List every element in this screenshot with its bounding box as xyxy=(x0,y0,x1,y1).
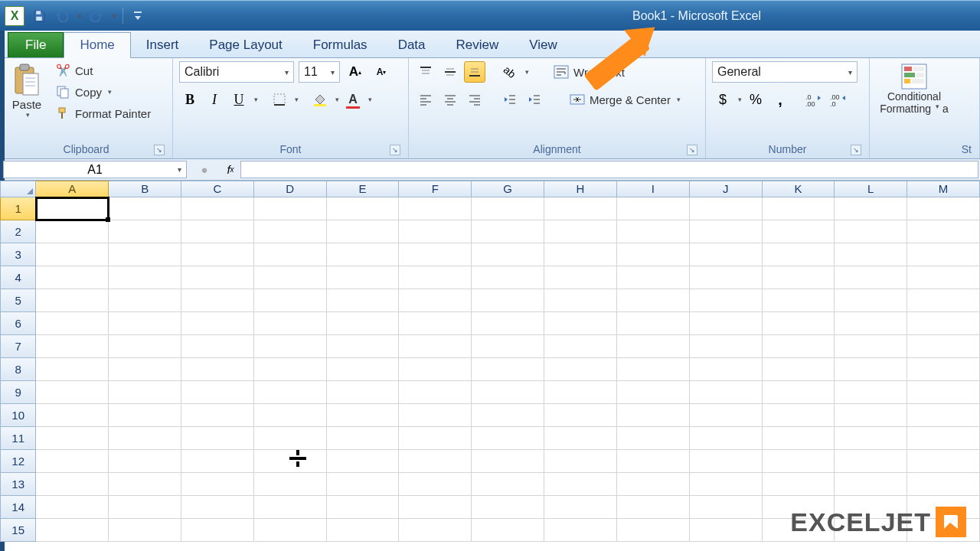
format-painter-button[interactable]: Format Painter xyxy=(52,104,154,122)
wrap-text-button[interactable]: Wrap Text xyxy=(549,63,629,81)
cell-L12[interactable] xyxy=(835,450,907,473)
cell-G15[interactable] xyxy=(472,519,544,542)
qat-customize-button[interactable] xyxy=(129,8,146,24)
cell-H3[interactable] xyxy=(544,243,617,266)
cell-J12[interactable] xyxy=(690,450,763,473)
cell-I2[interactable] xyxy=(617,220,690,243)
cell-L3[interactable] xyxy=(835,243,907,266)
cell-L8[interactable] xyxy=(835,358,907,381)
cell-I8[interactable] xyxy=(617,358,690,381)
fill-color-button[interactable] xyxy=(309,89,331,110)
cell-H13[interactable] xyxy=(544,473,617,496)
cell-B13[interactable] xyxy=(109,473,181,496)
column-header-K[interactable]: K xyxy=(763,181,835,197)
cell-F4[interactable] xyxy=(399,266,472,289)
cell-G8[interactable] xyxy=(472,358,544,381)
cell-C3[interactable] xyxy=(181,243,254,266)
cell-B14[interactable] xyxy=(109,496,181,519)
cell-L4[interactable] xyxy=(835,266,907,289)
column-header-C[interactable]: C xyxy=(181,181,254,197)
name-box[interactable]: A1▾ xyxy=(3,161,187,178)
align-right-button[interactable] xyxy=(464,89,485,110)
cell-A10[interactable] xyxy=(36,404,109,427)
cell-D15[interactable] xyxy=(254,519,327,542)
cell-F11[interactable] xyxy=(399,427,472,450)
cell-F12[interactable] xyxy=(399,450,472,473)
cell-E2[interactable] xyxy=(327,220,400,243)
cell-H7[interactable] xyxy=(544,335,617,358)
number-launcher[interactable]: ↘ xyxy=(851,145,861,155)
tab-view[interactable]: View xyxy=(514,33,573,57)
cell-M10[interactable] xyxy=(907,404,980,427)
row-header-5[interactable]: 5 xyxy=(0,289,36,312)
cell-H5[interactable] xyxy=(544,289,617,312)
column-header-J[interactable]: J xyxy=(690,181,763,197)
alignment-launcher[interactable]: ↘ xyxy=(687,145,697,155)
cell-H11[interactable] xyxy=(544,427,617,450)
cell-J9[interactable] xyxy=(690,381,763,404)
cell-M3[interactable] xyxy=(907,243,980,266)
cell-B11[interactable] xyxy=(109,427,181,450)
cell-J11[interactable] xyxy=(690,427,763,450)
tab-file[interactable]: File xyxy=(8,32,64,57)
cell-C7[interactable] xyxy=(181,335,254,358)
cell-K4[interactable] xyxy=(763,266,835,289)
cell-J15[interactable] xyxy=(690,519,763,542)
font-color-dropdown-icon[interactable]: ▾ xyxy=(368,96,372,103)
cell-J8[interactable] xyxy=(690,358,763,381)
bold-button[interactable]: B xyxy=(179,89,201,110)
cell-D6[interactable] xyxy=(254,312,327,335)
cell-I13[interactable] xyxy=(617,473,690,496)
cell-A7[interactable] xyxy=(36,335,109,358)
underline-button[interactable]: U xyxy=(228,89,250,110)
row-header-1[interactable]: 1 xyxy=(0,197,36,220)
cell-E3[interactable] xyxy=(327,243,400,266)
currency-button[interactable]: $ xyxy=(712,89,733,110)
cell-F10[interactable] xyxy=(399,404,472,427)
cell-D4[interactable] xyxy=(254,266,327,289)
copy-dropdown-icon[interactable]: ▾ xyxy=(108,88,112,96)
cell-H10[interactable] xyxy=(544,404,617,427)
cell-D7[interactable] xyxy=(254,335,327,358)
cell-E8[interactable] xyxy=(327,358,400,381)
merge-center-button[interactable]: Merge & Center ▾ xyxy=(565,90,685,109)
merge-dropdown-icon[interactable]: ▾ xyxy=(677,96,681,103)
cell-G11[interactable] xyxy=(472,427,544,450)
cell-I15[interactable] xyxy=(617,519,690,542)
cell-M13[interactable] xyxy=(907,473,980,496)
column-header-L[interactable]: L xyxy=(835,181,907,197)
cell-E6[interactable] xyxy=(327,312,400,335)
cell-G3[interactable] xyxy=(472,243,544,266)
cell-L7[interactable] xyxy=(835,335,907,358)
row-header-14[interactable]: 14 xyxy=(0,496,36,519)
cell-K6[interactable] xyxy=(763,312,835,335)
cell-G6[interactable] xyxy=(472,312,544,335)
decrease-decimal-button[interactable]: .00.0 xyxy=(828,89,849,110)
undo-dropdown-icon[interactable]: ▾ xyxy=(78,12,82,20)
cell-I1[interactable] xyxy=(617,197,690,220)
cell-L5[interactable] xyxy=(835,289,907,312)
cell-G4[interactable] xyxy=(472,266,544,289)
cell-B3[interactable] xyxy=(109,243,181,266)
cell-K5[interactable] xyxy=(763,289,835,312)
cell-K2[interactable] xyxy=(763,220,835,243)
row-header-3[interactable]: 3 xyxy=(0,243,36,266)
cell-H15[interactable] xyxy=(544,519,617,542)
cell-L10[interactable] xyxy=(835,404,907,427)
cell-H6[interactable] xyxy=(544,312,617,335)
cell-D2[interactable] xyxy=(254,220,327,243)
increase-decimal-button[interactable]: .0.00 xyxy=(803,89,825,110)
cell-L11[interactable] xyxy=(835,427,907,450)
align-left-button[interactable] xyxy=(415,89,436,110)
cell-H14[interactable] xyxy=(544,496,617,519)
cell-L6[interactable] xyxy=(835,312,907,335)
cell-I5[interactable] xyxy=(617,289,690,312)
cell-F1[interactable] xyxy=(399,197,472,220)
cell-J1[interactable] xyxy=(690,197,763,220)
cell-F15[interactable] xyxy=(399,519,472,542)
cell-F3[interactable] xyxy=(399,243,472,266)
cell-E1[interactable] xyxy=(327,197,400,220)
tab-formulas[interactable]: Formulas xyxy=(298,33,383,57)
cell-C8[interactable] xyxy=(181,358,254,381)
cell-A6[interactable] xyxy=(36,312,109,335)
